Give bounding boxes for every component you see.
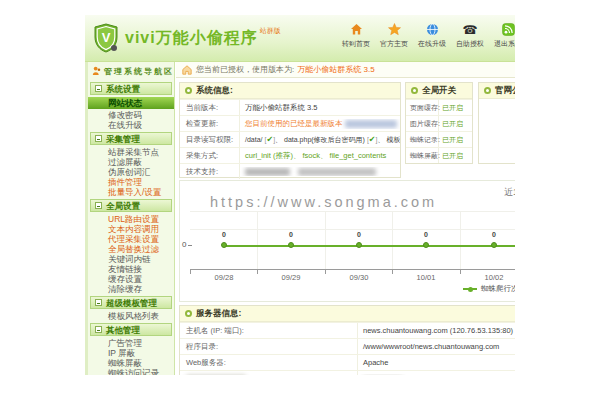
sidebar-section-collect-management[interactable]: 采集管理 <box>90 132 172 145</box>
chart-title: 近1 <box>504 186 515 199</box>
sidebar-item-text-content[interactable]: 文本内容调用 <box>88 224 174 234</box>
announcement-panel: 官网公告 <box>478 82 515 164</box>
chart-legend: 蜘蛛爬行次数 <box>463 284 515 294</box>
notice-version: 万能小偷站群系统 3.5 <box>297 64 374 75</box>
menu-item-online-upgrade[interactable]: 在线升级 <box>413 22 451 49</box>
row-label: 检查更新: <box>180 116 240 131</box>
collapse-icon <box>95 202 102 209</box>
sidebar-item-site-status[interactable]: 网站状态 <box>88 97 174 109</box>
perm-path: /data/ <box>245 136 263 143</box>
table-row: Web服务器: Apache <box>180 354 515 370</box>
table-row: 蜘蛛屏蔽: 已开启 <box>406 147 472 163</box>
panel-title: 系统信息: <box>196 85 233 97</box>
switch-status: 已开启 <box>439 151 472 161</box>
row-value <box>240 167 400 176</box>
data-point-label: 0 <box>214 231 234 238</box>
sidebar-item-cache-settings[interactable]: 缓存设置 <box>88 274 174 284</box>
home-icon <box>337 22 375 37</box>
row-value: 您目前使用的已经是最新版本 <box>240 119 400 129</box>
panel-title: 服务器信息: <box>196 308 241 320</box>
sidebar-item-collect-nodes[interactable]: 站群采集节点 <box>88 147 174 157</box>
global-switch-header: 全局开关 <box>406 83 472 99</box>
row-value: curl_init (推荐)、 fsock、 file_get_contents <box>240 151 400 161</box>
table-row-partial <box>180 370 515 375</box>
gridline <box>325 211 326 269</box>
table-row: 图片缓存: 已开启 <box>406 115 472 131</box>
sidebar-item-global-replace[interactable]: 全局替换过滤 <box>88 244 174 254</box>
sidebar-item-template-styles[interactable]: 模板风格列表 <box>88 311 174 321</box>
legend-line-marker-icon <box>463 288 477 290</box>
menu-item-self-license[interactable]: ☎ 自助授权 <box>451 22 489 49</box>
row-label: 采集方式: <box>180 148 240 163</box>
blurred-text <box>245 168 290 176</box>
panel-title: 官网公告 <box>495 85 515 97</box>
sidebar-item-url-route[interactable]: URL路由设置 <box>88 214 174 224</box>
x-axis-tick <box>460 270 461 274</box>
sidebar: 管理系统导航区 系统设置 网站状态 修改密码 在线升级 采集管理 站群采集节点 … <box>85 62 175 375</box>
sidebar-title: 管理系统导航区 <box>104 66 174 77</box>
system-info-panel: 系统信息: 当前版本: 万能小偷站群系统 3.5 检查更新: 您目前使用的已经是… <box>179 82 401 178</box>
x-axis-tick <box>325 270 326 274</box>
screenshot-canvas: V vivi万能小偷程序 站群版 转到首页 官方主页 <box>0 0 600 400</box>
row-label: 页面缓存: <box>406 100 439 115</box>
spider-crawl-chart: 近1 https://www.songma.com 0 0 0 0 0 0 <box>179 180 515 302</box>
sidebar-item-pseudo-original[interactable]: 伪原创词汇 <box>88 167 174 177</box>
data-point <box>423 242 429 248</box>
sidebar-section-global-settings[interactable]: 全局设置 <box>90 199 172 212</box>
x-axis-tick <box>190 270 191 274</box>
data-point <box>356 242 362 248</box>
y-axis-tick-label: 0 <box>182 240 186 249</box>
menu-item-official-site[interactable]: 官方主页 <box>375 22 413 49</box>
table-row: 蜘蛛记录: 已开启 <box>406 131 472 147</box>
row-label: 图片缓存: <box>406 116 439 131</box>
sidebar-item-spider-block[interactable]: 蜘蛛屏蔽 <box>88 358 174 368</box>
sidebar-item-change-password[interactable]: 修改密码 <box>88 110 174 120</box>
ring-icon <box>411 87 418 94</box>
sidebar-section-other-management[interactable]: 其他管理 <box>90 323 172 336</box>
sidebar-item-filter-block[interactable]: 过滤屏蔽 <box>88 157 174 167</box>
sidebar-item-batch-import[interactable]: 批量导入/设置 <box>88 187 174 197</box>
shield-logo-icon: V <box>93 23 119 53</box>
admin-page: V vivi万能小偷程序 站群版 转到首页 官方主页 <box>85 15 515 375</box>
sidebar-item-online-upgrade[interactable]: 在线升级 <box>88 120 174 130</box>
blurred-text <box>298 168 376 176</box>
switch-status: 已开启 <box>439 103 472 113</box>
sidebar-item-proxy-collect[interactable]: 代理采集设置 <box>88 234 174 244</box>
separator: 、 <box>275 136 282 143</box>
collapse-icon <box>95 326 102 333</box>
row-label: 技术支持: <box>180 164 240 179</box>
menu-item-home[interactable]: 转到首页 <box>337 22 375 49</box>
row-label: 蜘蛛记录: <box>406 132 439 147</box>
sidebar-section-template-management[interactable]: 超级模板管理 <box>90 296 172 309</box>
sidebar-item-ad-management[interactable]: 广告管理 <box>88 338 174 348</box>
menu-item-label: 转到首页 <box>337 39 375 49</box>
data-point-label: 0 <box>484 231 504 238</box>
x-axis-label: 09/28 <box>204 273 244 282</box>
row-label <box>180 371 358 375</box>
gridline <box>190 229 515 230</box>
section-label: 超级模板管理 <box>106 297 157 309</box>
data-point <box>288 242 294 248</box>
switch-status: 已开启 <box>439 135 472 145</box>
row-value: news.chuantouwang.com (120.76.53.135:80) <box>358 326 515 335</box>
separator: 、 <box>378 136 385 143</box>
server-info-panel: 服务器信息: 主机名 (IP: 端口): news.chuantouwang.c… <box>179 305 515 375</box>
sidebar-item-spider-log[interactable]: 蜘蛛访问记录 <box>88 368 174 375</box>
switch-status: 已开启 <box>439 119 472 129</box>
ring-icon <box>484 87 491 94</box>
license-notice-bar: 您当前已授权，使用版本为: 万能小偷站群系统 3.5 <box>176 62 515 78</box>
sidebar-item-keyword-links[interactable]: 关键词内链 <box>88 254 174 264</box>
sidebar-item-clear-cache[interactable]: 清除缓存 <box>88 284 174 294</box>
sidebar-item-friend-links[interactable]: 友情链接 <box>88 264 174 274</box>
sidebar-item-plugin-management[interactable]: 插件管理 <box>88 177 174 187</box>
data-point <box>491 242 497 248</box>
blurred-text <box>345 120 397 128</box>
row-label: 主机名 (IP: 端口): <box>180 323 358 338</box>
menu-item-label: 退出系统 <box>489 39 515 49</box>
sidebar-section-system-settings[interactable]: 系统设置 <box>90 82 172 95</box>
sidebar-item-ip-block[interactable]: IP 屏蔽 <box>88 348 174 358</box>
menu-item-logout[interactable]: 退出系统 <box>489 22 515 49</box>
app-title: vivi万能小偷程序 <box>125 28 258 49</box>
x-axis-label: 09/30 <box>339 273 379 282</box>
row-label: 蜘蛛屏蔽: <box>406 148 439 163</box>
